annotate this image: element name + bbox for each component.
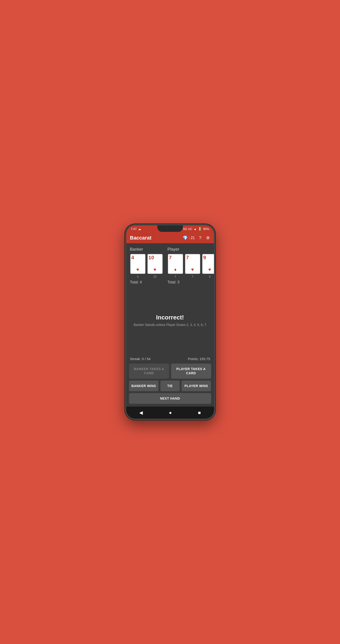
player-card-1: 7 ♦ <box>168 254 183 274</box>
list-item: 10 ♥ 10 <box>147 254 163 278</box>
nav-home-button[interactable] <box>164 409 176 416</box>
gem-icon: 💎 <box>183 235 188 240</box>
banker-wins-button[interactable]: BANKER WINS <box>129 380 159 391</box>
next-hand-button[interactable]: NEXT HAND <box>129 393 211 404</box>
result-subtitle: Banker Stands unless Player Draws 2, 3, … <box>134 323 206 327</box>
player-hand: Player 7 ♦ 7 7 ♥ 7 <box>168 247 214 284</box>
banker-card-1-label: 4 <box>130 275 146 278</box>
banker-label: Banker <box>130 247 163 252</box>
player-label: Player <box>168 247 214 252</box>
gem-value: 21 <box>191 236 195 240</box>
list-item: 9 ♥ 9 <box>202 254 214 278</box>
bottom-btn-row: NEXT HAND <box>129 393 211 404</box>
list-item: 7 ♦ 7 <box>168 254 183 278</box>
player-card-1-suit: ♦ <box>174 267 176 272</box>
notch <box>157 225 183 232</box>
mid-btn-row: BANKER WINS TIE PLAYER WINS <box>129 380 211 391</box>
result-area: Incorrect! Banker Stands unless Player D… <box>126 286 214 354</box>
status-time: 7:47 <box>131 227 137 231</box>
gem-badge: 💎 : 21 <box>183 235 195 240</box>
nav-back-button[interactable] <box>135 409 147 416</box>
help-button[interactable]: ? <box>198 235 202 241</box>
top-btn-row: BANKER TAKES A CARD PLAYER TAKES A CARD <box>129 364 211 378</box>
network-indicator: 5G UC <box>183 227 192 231</box>
tie-button[interactable]: TIE <box>160 380 180 391</box>
player-card-3: 9 ♥ <box>202 254 214 274</box>
banker-takes-card-button[interactable]: BANKER TAKES A CARD <box>129 364 169 378</box>
player-total: Total: 3 <box>168 280 214 284</box>
app-title: Baccarat <box>130 235 152 241</box>
list-item: 4 ♥ 4 <box>130 254 146 278</box>
list-item: 7 ♥ 7 <box>185 254 201 278</box>
player-card-2: 7 ♥ <box>185 254 201 274</box>
nav-recent-button[interactable] <box>193 409 205 416</box>
battery-icon: 🔋 <box>198 227 202 231</box>
phone-frame: 7:47 ☁ 5G UC ▲ 🔋 90% Baccarat 💎 : 21 ? ⚙… <box>125 224 215 420</box>
nav-bar <box>126 406 214 419</box>
player-card-2-value: 7 <box>186 255 189 260</box>
banker-card-1-suit: ♥ <box>136 267 139 272</box>
player-card-1-value: 7 <box>169 255 172 260</box>
main-content: Banker 4 ♥ 4 10 ♥ 10 <box>126 243 214 406</box>
banker-card-2-label: 10 <box>147 275 163 278</box>
cloud-icon: ☁ <box>138 227 141 231</box>
player-card-2-suit: ♥ <box>191 267 194 272</box>
gem-count: : <box>189 236 190 240</box>
banker-cards-row: 4 ♥ 4 10 ♥ 10 <box>130 254 163 278</box>
banker-card-2-suit: ♥ <box>154 267 156 272</box>
banker-card-2: 10 ♥ <box>147 254 163 274</box>
settings-button[interactable]: ⚙ <box>206 235 210 241</box>
player-card-3-suit: ♥ <box>208 267 211 272</box>
player-card-3-label: 9 <box>202 275 214 278</box>
battery-level: 90% <box>203 227 209 231</box>
player-card-3-value: 9 <box>203 255 206 260</box>
buttons-area: BANKER TAKES A CARD PLAYER TAKES A CARD … <box>126 364 214 406</box>
result-title: Incorrect! <box>156 314 184 321</box>
player-card-2-label: 7 <box>185 275 201 278</box>
stats-row: Streak: 0 / 54 Points: 193.75 <box>126 354 214 364</box>
player-cards-row: 7 ♦ 7 7 ♥ 7 9 <box>168 254 214 278</box>
player-wins-button[interactable]: PLAYER WINS <box>181 380 211 391</box>
banker-hand: Banker 4 ♥ 4 10 ♥ 10 <box>130 247 163 284</box>
player-takes-card-button[interactable]: PLAYER TAKES A CARD <box>171 364 211 378</box>
toolbar: Baccarat 💎 : 21 ? ⚙ <box>126 232 214 243</box>
player-card-1-label: 7 <box>168 275 183 278</box>
banker-card-1-value: 4 <box>131 255 134 260</box>
signal-icon: ▲ <box>194 227 197 231</box>
points-stat: Points: 193.75 <box>188 357 210 361</box>
banker-card-1: 4 ♥ <box>130 254 146 274</box>
banker-card-2-value: 10 <box>149 255 154 260</box>
cards-area: Banker 4 ♥ 4 10 ♥ 10 <box>126 243 214 286</box>
banker-total: Total: 4 <box>130 280 163 284</box>
streak-stat: Streak: 0 / 54 <box>130 357 151 361</box>
